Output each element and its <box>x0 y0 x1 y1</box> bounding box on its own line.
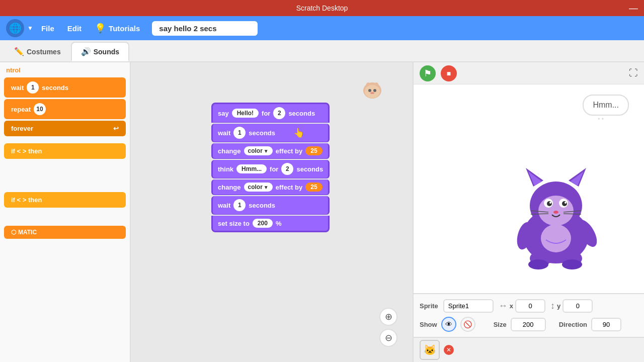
x-coord-group: ↔ x <box>499 299 545 313</box>
block-if-then-2[interactable]: if < > then <box>4 192 126 208</box>
block-label: wait <box>11 84 24 92</box>
matic-label: MATIC <box>18 229 37 236</box>
change-effect-block[interactable]: change color ▼ effect by 25 <box>211 143 330 159</box>
effect-by: effect by <box>276 147 302 155</box>
green-flag-button[interactable]: ⚑ <box>420 65 436 81</box>
say-keyword: say <box>218 110 229 117</box>
fullscreen-button[interactable]: ⛶ <box>629 68 638 78</box>
think-text[interactable]: Hmm... <box>236 164 267 173</box>
show-visible-button[interactable]: 👁 <box>441 317 456 332</box>
sounds-label: Sounds <box>94 48 119 56</box>
sprite-thumbnail[interactable]: 🐱 <box>420 340 440 360</box>
thought-text: Hmm... <box>593 101 619 109</box>
matic-icon: ⬡ <box>11 229 16 236</box>
dropdown-arrow: ▼ <box>264 148 269 154</box>
effect-value[interactable]: 25 <box>305 146 322 155</box>
think-seconds: seconds <box>296 165 323 173</box>
sprite-label: Sprite <box>420 302 438 310</box>
sprite-name-row: Sprite ↔ x ↕ y <box>420 299 638 313</box>
costumes-icon: ✏️ <box>14 47 24 56</box>
delete-icon: ✕ <box>446 346 451 353</box>
zoom-out-button[interactable]: ⊖ <box>379 329 397 347</box>
wait-block-2[interactable]: wait 1 seconds <box>211 196 330 215</box>
sprite-name-input[interactable] <box>443 299 494 313</box>
svg-point-27 <box>528 259 548 269</box>
set-size-block[interactable]: set size to 200 % <box>211 216 330 232</box>
menu-bar: 🌐 ▼ File Edit 💡 Tutorials <box>0 16 644 40</box>
set-size-keyword: set size to <box>218 220 250 227</box>
direction-input[interactable] <box>591 318 621 331</box>
code-blocks-stack: say Hello! for 2 seconds wait 1 seconds … <box>211 103 330 233</box>
svg-point-4 <box>368 89 371 92</box>
stop-icon: ■ <box>447 69 451 77</box>
tab-sounds[interactable]: 🔊 Sounds <box>71 42 129 61</box>
x-input[interactable] <box>515 299 545 313</box>
block-if-then[interactable]: if < > then <box>4 143 126 159</box>
globe-dropdown-arrow[interactable]: ▼ <box>27 25 33 32</box>
cat-svg <box>511 160 601 271</box>
block-forever[interactable]: forever ↩ <box>4 121 126 136</box>
eye-open-icon: 👁 <box>445 320 452 328</box>
say-block[interactable]: say Hello! for 2 seconds <box>211 103 330 123</box>
wait-duration-2[interactable]: 1 <box>233 199 246 211</box>
delete-sprite-button[interactable]: ✕ <box>444 345 454 355</box>
tutorials-button[interactable]: 💡 Tutorials <box>90 21 145 36</box>
y-coord-group: ↕ y <box>550 299 593 313</box>
set-size-value[interactable]: 200 <box>253 219 273 228</box>
svg-point-3 <box>365 85 380 98</box>
change-effect-block-2[interactable]: change color ▼ effect by 25 <box>211 179 330 195</box>
show-hidden-button[interactable]: 🚫 <box>460 317 475 332</box>
matic-block[interactable]: ⬡ MATIC <box>4 226 126 239</box>
title-bar: Scratch Desktop — <box>0 0 644 16</box>
svg-point-19 <box>565 202 567 204</box>
svg-point-5 <box>373 89 376 92</box>
say-text[interactable]: Hello! <box>232 109 259 118</box>
stop-button[interactable]: ■ <box>441 65 457 81</box>
stage-canvas: Hmm... • • <box>414 84 644 293</box>
say-seconds: seconds <box>288 110 315 117</box>
block-repeat[interactable]: repeat 10 <box>4 99 126 119</box>
size-input[interactable] <box>511 318 546 331</box>
y-label: y <box>557 302 560 310</box>
wait-block[interactable]: wait 1 seconds 👆 <box>211 124 330 142</box>
wait-duration[interactable]: 1 <box>233 127 246 139</box>
y-input[interactable] <box>562 299 593 313</box>
say-duration[interactable]: 2 <box>273 107 285 119</box>
direction-label: Direction <box>559 321 587 328</box>
block-wait-seconds[interactable]: wait 1 seconds <box>4 77 126 98</box>
zoom-in-button[interactable]: ⊕ <box>379 308 397 326</box>
small-cat-decoration <box>357 74 387 109</box>
effect-dropdown-2[interactable]: color ▼ <box>244 183 273 192</box>
show-row: Show 👁 🚫 Size Direction <box>420 317 638 332</box>
think-block[interactable]: think Hmm... for 2 seconds <box>211 160 330 178</box>
thought-bubble: Hmm... <box>583 95 629 116</box>
blocks-panel: ntrol wait 1 seconds repeat 10 forever ↩… <box>0 62 131 362</box>
x-label: x <box>510 302 513 310</box>
globe-button[interactable]: 🌐 <box>6 19 24 37</box>
right-panel: ⚑ ■ ⛶ Hmm... • • <box>413 62 644 362</box>
zoom-in-icon: ⊕ <box>385 311 392 322</box>
effect-dropdown[interactable]: color ▼ <box>244 146 273 155</box>
app-title: Scratch Desktop <box>296 4 348 12</box>
block-value: 10 <box>34 103 46 115</box>
effect-value-2[interactable]: 25 <box>305 183 322 192</box>
think-duration[interactable]: 2 <box>281 163 293 175</box>
wait-keyword-2: wait <box>218 202 230 209</box>
effect-by-2: effect by <box>276 184 302 191</box>
tab-bar: ✏️ Costumes 🔊 Sounds <box>0 40 644 62</box>
tutorials-label: Tutorials <box>109 24 140 33</box>
code-area[interactable]: say Hello! for 2 seconds wait 1 seconds … <box>131 62 413 362</box>
size-label: Size <box>494 321 507 328</box>
block-arrow: ↩ <box>113 125 119 132</box>
section-label: ntrol <box>0 62 130 76</box>
file-menu[interactable]: File <box>36 22 59 35</box>
close-button[interactable]: — <box>629 3 638 14</box>
sprite-info-panel: Sprite ↔ x ↕ y Show 👁 � <box>414 293 644 337</box>
think-keyword: think <box>218 165 233 173</box>
change-keyword: change <box>218 147 241 155</box>
svg-point-31 <box>541 224 571 252</box>
wait-seconds: seconds <box>249 129 275 137</box>
tab-costumes[interactable]: ✏️ Costumes <box>4 42 71 61</box>
project-name-input[interactable] <box>152 21 258 36</box>
edit-menu[interactable]: Edit <box>62 22 87 35</box>
